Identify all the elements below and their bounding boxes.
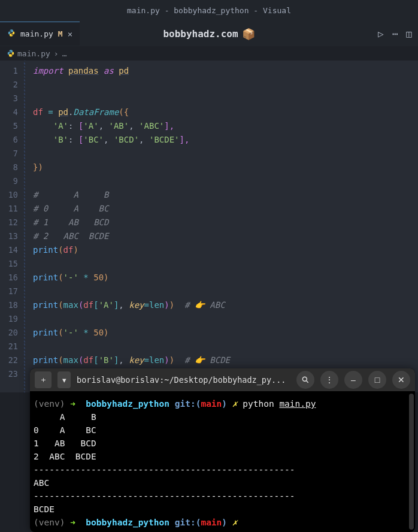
editor[interactable]: 1 2 3 4 5 6 7 8 9 10 11 12 13 14 15 16 1… — [0, 61, 418, 392]
code-line: df = pd.DataFrame({ — [24, 105, 418, 119]
code-line: 'A': ['A', 'AB', 'ABC'], — [24, 119, 418, 133]
line-number: 13 — [0, 229, 18, 243]
run-icon[interactable]: ▷ — [378, 28, 384, 40]
code-line: 'B': ['BC', 'BCD', 'BCDE'], — [24, 133, 418, 147]
code-line — [24, 78, 418, 92]
tab-modified-indicator: M — [58, 29, 63, 38]
line-number: 4 — [0, 105, 18, 119]
breadcrumb-ellipsis: … — [62, 49, 67, 58]
breadcrumb-file: main.py — [17, 49, 50, 58]
terminal-maximize-button[interactable]: □ — [368, 371, 386, 389]
code-line: }) — [24, 161, 418, 174]
svg-point-0 — [302, 377, 307, 381]
line-number: 18 — [0, 298, 18, 312]
code-line — [24, 147, 418, 161]
line-number: 12 — [0, 216, 18, 229]
split-icon[interactable]: ◫ — [406, 28, 412, 40]
more-icon[interactable]: ⋯ — [392, 28, 398, 40]
tab-close-button[interactable]: × — [68, 29, 72, 39]
terminal-panel: ＋ ▾ borislav@borislav:~/Desktop/bobbyhad… — [30, 368, 415, 532]
site-title: bobbyhadz.com 📦 — [163, 28, 255, 40]
code-line — [24, 340, 418, 353]
line-number: 5 — [0, 119, 18, 133]
code-line: print(max(df['A'], key=len)) # 👉️ ABC — [24, 298, 418, 312]
terminal-search-button[interactable] — [296, 371, 314, 389]
window-title-bar: main.py - bobbyhadz_python - Visual — [0, 0, 418, 21]
terminal-menu-button[interactable]: ⋮ — [320, 371, 338, 389]
tab-main-py[interactable]: main.py M × — [0, 22, 80, 46]
python-file-icon — [7, 28, 16, 40]
line-number: 14 — [0, 243, 18, 257]
code-line — [24, 92, 418, 105]
window-title: main.py - bobbyhadz_python - Visual — [127, 6, 291, 15]
code-line — [24, 312, 418, 326]
site-url: bobbyhadz.com — [163, 28, 238, 40]
tab-filename: main.py — [20, 29, 53, 38]
line-number: 9 — [0, 174, 18, 188]
terminal-new-tab-button[interactable]: ＋ — [35, 371, 52, 388]
code-line: print(df) — [24, 243, 418, 257]
svg-line-1 — [307, 381, 308, 383]
terminal-scrollbar[interactable] — [409, 394, 414, 530]
line-number: 21 — [0, 340, 18, 353]
line-number: 10 — [0, 188, 18, 202]
terminal-header: ＋ ▾ borislav@borislav:~/Desktop/bobbyhad… — [30, 368, 415, 391]
terminal-body[interactable]: (venv) ➜ bobbyhadz_python git:(main) ✗ p… — [30, 391, 415, 532]
breadcrumb-separator: › — [54, 49, 59, 58]
line-number: 23 — [0, 367, 18, 381]
tab-bar: main.py M × bobbyhadz.com 📦 ▷ ⋯ ◫ — [0, 21, 418, 46]
line-number: 6 — [0, 133, 18, 147]
terminal-minimize-button[interactable]: – — [344, 371, 362, 389]
cube-icon: 📦 — [242, 28, 255, 40]
breadcrumb[interactable]: main.py › … — [0, 46, 418, 61]
editor-actions: ▷ ⋯ ◫ — [378, 28, 412, 40]
code-line — [24, 285, 418, 298]
line-number: 22 — [0, 353, 18, 367]
line-number: 8 — [0, 161, 18, 174]
line-number: 1 — [0, 64, 18, 78]
code-area[interactable]: import pandas as pd df = pd.DataFrame({ … — [24, 61, 418, 392]
code-line: # 1 AB BCD — [24, 216, 418, 229]
line-number: 11 — [0, 202, 18, 216]
terminal-dropdown-button[interactable]: ▾ — [57, 371, 71, 388]
terminal-title: borislav@borislav:~/Desktop/bobbyhadz_py… — [77, 375, 290, 385]
code-line: # 0 A BC — [24, 202, 418, 216]
code-line: # 2 ABC BCDE — [24, 229, 418, 243]
line-number: 19 — [0, 312, 18, 326]
code-line: print(max(df['B'], key=len)) # 👉️ BCDE — [24, 353, 418, 367]
line-number: 7 — [0, 147, 18, 161]
line-number: 15 — [0, 257, 18, 271]
code-line: # A B — [24, 188, 418, 202]
code-line: print('-' * 50) — [24, 326, 418, 340]
line-number: 3 — [0, 92, 18, 105]
line-number: 17 — [0, 285, 18, 298]
line-number: 2 — [0, 78, 18, 92]
code-line — [24, 174, 418, 188]
line-number: 16 — [0, 271, 18, 285]
code-line: print('-' * 50) — [24, 271, 418, 285]
terminal-close-button[interactable]: ✕ — [392, 371, 410, 389]
code-line: import pandas as pd — [24, 64, 418, 78]
code-line — [24, 257, 418, 271]
gutter: 1 2 3 4 5 6 7 8 9 10 11 12 13 14 15 16 1… — [0, 61, 24, 392]
line-number: 20 — [0, 326, 18, 340]
python-icon — [6, 49, 16, 58]
